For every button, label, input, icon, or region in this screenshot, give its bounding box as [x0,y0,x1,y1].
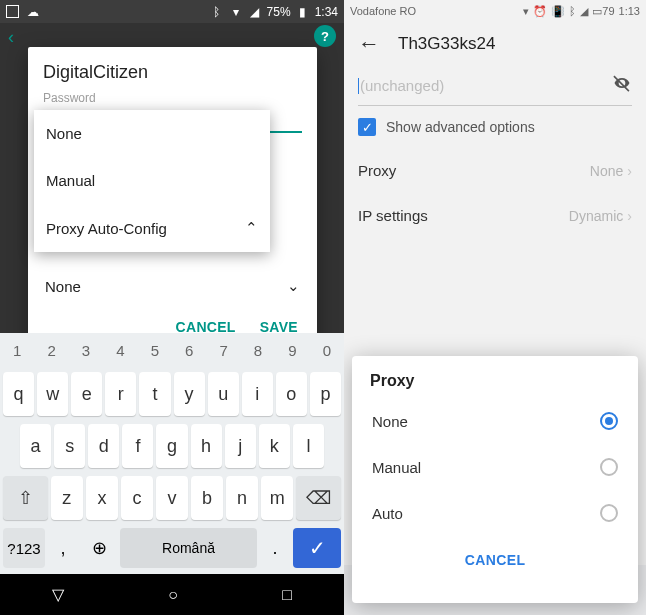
key-t[interactable]: t [139,372,170,416]
proxy-dropdown-menu: None Manual Proxy Auto-Config ⌃ [34,110,270,252]
key-g[interactable]: g [156,424,187,468]
key-u[interactable]: u [208,372,239,416]
key-7[interactable]: 7 [206,333,240,368]
spacebar[interactable]: Română [120,528,257,568]
screenshot-icon [6,5,19,18]
chevron-down-icon: ⌄ [287,277,300,295]
proxy-option-none[interactable]: None [352,398,638,444]
comma-key[interactable]: , [48,528,78,568]
proxy-option-manual[interactable]: Manual [352,444,638,490]
key-p[interactable]: p [310,372,341,416]
help-button[interactable]: ? [314,25,336,47]
password-placeholder: (unchanged) [360,77,612,94]
key-x[interactable]: x [86,476,118,520]
key-r[interactable]: r [105,372,136,416]
alarm-icon: ⏰ [533,5,547,18]
visibility-off-icon[interactable] [612,73,632,98]
advanced-options-row[interactable]: ✓ Show advanced options [344,106,646,148]
checkbox-checked-icon[interactable]: ✓ [358,118,376,136]
enter-key[interactable]: ✓ [293,528,341,568]
back-arrow-green[interactable]: ‹ [8,27,14,48]
second-select[interactable]: None ⌄ [43,263,302,309]
key-s[interactable]: s [54,424,85,468]
dropdown-option-none[interactable]: None [34,110,270,157]
key-z[interactable]: z [51,476,83,520]
radio-icon [600,458,618,476]
key-l[interactable]: l [293,424,324,468]
key-v[interactable]: v [156,476,188,520]
clock-right: 1:13 [619,5,640,17]
radio-icon [600,504,618,522]
nav-home-icon[interactable]: ○ [168,586,178,604]
proxy-label: Proxy [358,162,396,179]
key-2[interactable]: 2 [34,333,68,368]
password-input[interactable]: (unchanged) [358,66,632,106]
wifi-icon: ▾ [523,5,529,18]
sheet-cancel-button[interactable]: CANCEL [352,536,638,584]
key-o[interactable]: o [276,372,307,416]
key-c[interactable]: c [121,476,153,520]
key-j[interactable]: j [225,424,256,468]
key-e[interactable]: e [71,372,102,416]
option-label: Auto [372,505,403,522]
key-9[interactable]: 9 [275,333,309,368]
ip-value: Dynamic [569,208,623,224]
ip-settings-row[interactable]: IP settings Dynamic› [344,193,646,238]
key-n[interactable]: n [226,476,258,520]
battery-icon: ▭79 [592,5,614,18]
proxy-value: None [590,163,623,179]
key-h[interactable]: h [191,424,222,468]
ip-label: IP settings [358,207,428,224]
second-select-value: None [45,278,81,295]
proxy-bottom-sheet: Proxy None Manual Auto CANCEL [352,356,638,603]
key-d[interactable]: d [88,424,119,468]
chevron-up-icon: ⌃ [245,219,258,237]
chevron-right-icon: › [627,208,632,224]
proxy-setting-row[interactable]: Proxy None› [344,148,646,193]
dropdown-option-autoconfig[interactable]: Proxy Auto-Config ⌃ [34,204,270,252]
key-3[interactable]: 3 [69,333,103,368]
key-a[interactable]: a [20,424,51,468]
key-4[interactable]: 4 [103,333,137,368]
key-1[interactable]: 1 [0,333,34,368]
bluetooth-icon: ᛒ [569,5,576,17]
dropdown-option-manual[interactable]: Manual [34,157,270,204]
nav-back-icon[interactable]: ▽ [52,585,64,604]
key-k[interactable]: k [259,424,290,468]
key-0[interactable]: 0 [310,333,344,368]
language-switch-key[interactable]: ⊕ [81,528,117,568]
statusbar-right: Vodafone RO ▾ ⏰ 📳 ᛒ ◢ ▭79 1:13 [344,0,646,22]
phone-left-android: ☁ ᛒ ▾ ◢ 75% ▮ 1:34 ‹ ? DigitalCitizen Pa… [0,0,344,615]
statusbar-left: ☁ ᛒ ▾ ◢ 75% ▮ 1:34 [0,0,344,23]
backspace-key[interactable]: ⌫ [296,476,341,520]
number-row: 1 2 3 4 5 6 7 8 9 0 [0,333,344,368]
carrier-label: Vodafone RO [350,5,416,17]
nav-recents-icon[interactable]: □ [282,586,292,604]
network-name: DigitalCitizen [43,62,302,83]
key-6[interactable]: 6 [172,333,206,368]
key-w[interactable]: w [37,372,68,416]
vibrate-icon: 📳 [551,5,565,18]
back-arrow-icon[interactable]: ← [358,31,380,57]
key-5[interactable]: 5 [138,333,172,368]
signal-icon: ◢ [580,5,588,18]
key-q[interactable]: q [3,372,34,416]
option-label: None [372,413,408,430]
key-f[interactable]: f [122,424,153,468]
sheet-title: Proxy [352,356,638,398]
shift-key[interactable]: ⇧ [3,476,48,520]
password-label: Password [43,91,302,105]
option-label: Manual [372,459,421,476]
key-b[interactable]: b [191,476,223,520]
key-8[interactable]: 8 [241,333,275,368]
signal-icon: ◢ [248,5,262,19]
period-key[interactable]: . [260,528,290,568]
symbols-key[interactable]: ?123 [3,528,45,568]
wifi-icon: ▾ [229,5,243,19]
key-i[interactable]: i [242,372,273,416]
android-navbar: ▽ ○ □ [0,574,344,615]
key-y[interactable]: y [174,372,205,416]
chevron-right-icon: › [627,163,632,179]
proxy-option-auto[interactable]: Auto [352,490,638,536]
key-m[interactable]: m [261,476,293,520]
